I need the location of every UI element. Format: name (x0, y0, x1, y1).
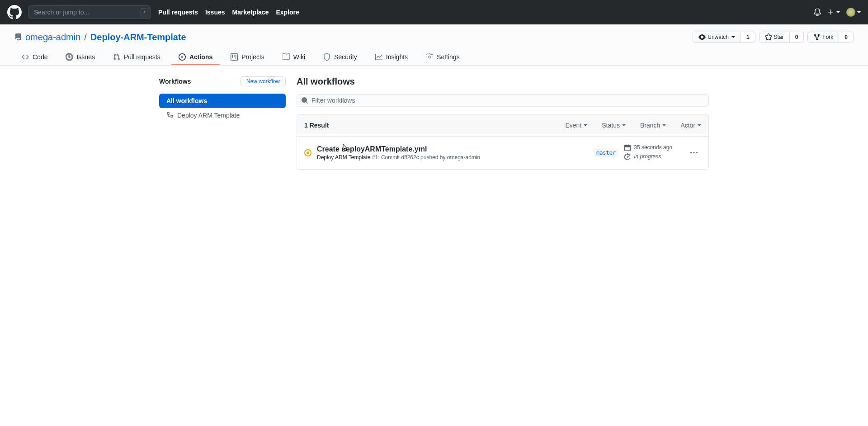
repo-icon (14, 33, 22, 41)
run-row[interactable]: Create deployARMTemplate.yml Deploy ARM … (297, 137, 708, 169)
tab-code[interactable]: Code (14, 50, 55, 65)
repo-sep: / (84, 32, 87, 43)
search-icon (301, 97, 308, 104)
search-wrapper: / (28, 5, 151, 19)
project-icon (231, 53, 238, 61)
svg-point-3 (307, 151, 309, 154)
filter-input[interactable] (297, 94, 709, 107)
global-nav: Pull requests Issues Marketplace Explore (158, 9, 299, 16)
caret-down-icon (731, 36, 735, 38)
repo-name-link[interactable]: Deploy-ARM-Template (90, 32, 186, 43)
tab-projects[interactable]: Projects (223, 50, 272, 65)
nav-pulls[interactable]: Pull requests (158, 9, 198, 16)
calendar-icon (624, 144, 631, 151)
page-title: All workflows (297, 76, 709, 87)
search-input[interactable] (28, 5, 151, 19)
create-menu[interactable] (827, 9, 840, 16)
tab-insights[interactable]: Insights (368, 50, 415, 65)
code-icon (22, 53, 29, 61)
filter-event[interactable]: Event (565, 122, 587, 129)
user-menu[interactable] (846, 8, 861, 17)
fork-count[interactable]: 0 (839, 32, 854, 43)
notifications-icon[interactable] (814, 9, 821, 16)
run-menu-button[interactable] (687, 146, 701, 160)
tab-pulls[interactable]: Pull requests (106, 50, 168, 65)
run-description: Deploy ARM Template #1: Commit dff262c p… (317, 154, 543, 161)
main-content: All workflows 1 Result Event Status Bran… (297, 76, 709, 170)
run-title[interactable]: Create deployARMTemplate.yml (317, 145, 543, 153)
workflow-icon (166, 112, 174, 119)
repo-owner-link[interactable]: omega-admin (25, 32, 80, 43)
sidebar-item-label: Deploy ARM Template (177, 112, 240, 119)
repo-nav: Code Issues Pull requests Actions Projec… (14, 50, 854, 65)
book-icon (283, 53, 290, 61)
filter-branch[interactable]: Branch (640, 122, 666, 129)
eye-icon (698, 33, 706, 41)
tab-wiki[interactable]: Wiki (275, 50, 312, 65)
nav-issues[interactable]: Issues (205, 9, 225, 16)
kebab-icon (690, 149, 698, 156)
branch-label[interactable]: master (594, 149, 618, 157)
fork-button[interactable]: Fork (807, 32, 839, 43)
nav-explore[interactable]: Explore (276, 9, 299, 16)
issue-icon (66, 53, 73, 61)
pull-icon (113, 53, 120, 61)
tab-settings[interactable]: Settings (419, 50, 467, 65)
svg-point-1 (69, 57, 70, 58)
global-header: / Pull requests Issues Marketplace Explo… (0, 0, 868, 24)
header-right (814, 8, 861, 17)
caret-down-icon (836, 11, 840, 13)
stopwatch-icon (624, 153, 631, 160)
repo-title: omega-admin / Deploy-ARM-Template (14, 32, 186, 43)
repo-head: omega-admin / Deploy-ARM-Template Unwatc… (0, 24, 868, 66)
nav-marketplace[interactable]: Marketplace (232, 9, 269, 16)
caret-down-icon (857, 11, 861, 13)
repo-actions: Unwatch 1 Star 0 Fork 0 (693, 32, 854, 43)
fork-icon (813, 33, 821, 41)
sidebar-all-workflows[interactable]: All workflows (159, 94, 286, 108)
shield-icon (323, 53, 330, 61)
star-button[interactable]: Star (759, 32, 790, 43)
main-container: Workflows New workflow All workflows Dep… (145, 66, 723, 180)
sidebar-item-workflow[interactable]: Deploy ARM Template (159, 108, 286, 123)
avatar (846, 8, 855, 17)
filter-status[interactable]: Status (602, 122, 626, 129)
star-count[interactable]: 0 (790, 32, 804, 43)
runs-header: 1 Result Event Status Branch Actor (297, 114, 708, 137)
search-slash-hint: / (141, 8, 148, 16)
graph-icon (375, 53, 382, 61)
filter-actor[interactable]: Actor (680, 122, 701, 129)
result-count: 1 Result (304, 122, 329, 129)
star-icon (765, 33, 772, 41)
github-logo[interactable] (7, 5, 22, 19)
gear-icon (426, 53, 433, 61)
unwatch-button[interactable]: Unwatch (693, 32, 741, 43)
tab-actions[interactable]: Actions (171, 50, 220, 65)
watch-count[interactable]: 1 (741, 32, 755, 43)
sidebar: Workflows New workflow All workflows Dep… (159, 76, 286, 170)
new-workflow-button[interactable]: New workflow (241, 76, 286, 86)
tab-security[interactable]: Security (316, 50, 364, 65)
run-time: 35 seconds ago In progress (624, 144, 672, 162)
runs-box: 1 Result Event Status Branch Actor Creat… (297, 114, 709, 170)
filter-box (297, 94, 709, 107)
sidebar-title: Workflows (159, 78, 191, 85)
status-in-progress-icon (304, 149, 311, 156)
play-icon (179, 53, 186, 61)
tab-issues[interactable]: Issues (58, 50, 102, 65)
